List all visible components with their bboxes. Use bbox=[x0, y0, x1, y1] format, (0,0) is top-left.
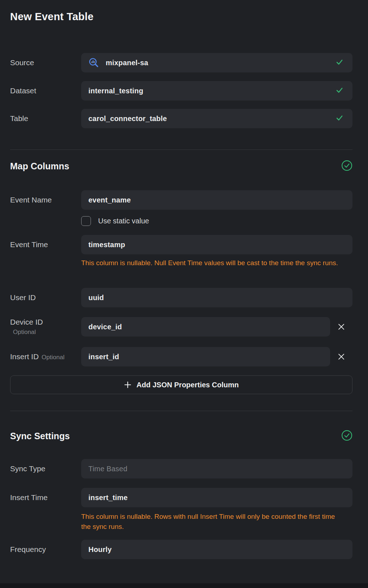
use-static-value-checkbox[interactable] bbox=[81, 216, 91, 226]
bigquery-source-icon bbox=[88, 57, 99, 68]
use-static-value-label: Use static value bbox=[98, 217, 149, 225]
table-field[interactable]: carol_connector_table bbox=[81, 109, 352, 128]
frequency-value: Hourly bbox=[88, 545, 112, 554]
section-divider bbox=[10, 150, 352, 150]
user-id-field[interactable]: uuid bbox=[81, 288, 352, 307]
user-id-row: User ID uuid bbox=[10, 288, 352, 307]
event-time-value: timestamp bbox=[88, 241, 125, 249]
frequency-field[interactable]: Hourly bbox=[81, 540, 352, 559]
sync-type-value: Time Based bbox=[88, 465, 127, 473]
plus-icon bbox=[124, 381, 132, 389]
insert-id-row: Insert IDOptional insert_id bbox=[10, 347, 352, 366]
dataset-valid-check-icon bbox=[335, 86, 344, 96]
device-id-label-block: Device ID Optional bbox=[10, 318, 81, 336]
close-icon bbox=[337, 353, 345, 361]
insert-time-row: Insert Time insert_time bbox=[10, 488, 352, 507]
event-time-field[interactable]: timestamp bbox=[81, 235, 352, 254]
event-time-label: Event Time bbox=[10, 240, 81, 249]
bottom-edge-strip bbox=[0, 583, 368, 588]
event-name-row: Event Name event_name bbox=[10, 190, 352, 210]
use-static-value-row: Use static value bbox=[81, 216, 352, 226]
insert-id-label: Insert ID bbox=[10, 352, 39, 361]
insert-time-value: insert_time bbox=[88, 494, 128, 502]
event-time-nullable-warning: This column is nullable. Null Event Time… bbox=[81, 258, 345, 268]
user-id-label: User ID bbox=[10, 293, 81, 302]
device-id-value: device_id bbox=[88, 323, 122, 331]
source-label: Source bbox=[10, 58, 81, 67]
table-value: carol_connector_table bbox=[88, 115, 167, 123]
table-row: Table carol_connector_table bbox=[10, 109, 352, 128]
close-icon bbox=[337, 323, 345, 331]
frequency-row: Frequency Hourly bbox=[10, 540, 352, 559]
insert-time-nullable-warning: This column is nullable. Rows with null … bbox=[81, 512, 345, 532]
add-json-properties-button[interactable]: Add JSON Properties Column bbox=[10, 375, 352, 394]
map-columns-complete-icon bbox=[341, 160, 352, 173]
table-label: Table bbox=[10, 114, 81, 123]
dataset-field[interactable]: internal_testing bbox=[81, 81, 352, 101]
device-id-row: Device ID Optional device_id bbox=[10, 317, 352, 337]
dataset-value: internal_testing bbox=[88, 87, 143, 95]
event-time-row: Event Time timestamp bbox=[10, 235, 352, 254]
source-row: Source mixpanel-sa bbox=[10, 53, 352, 72]
dataset-row: Dataset internal_testing bbox=[10, 81, 352, 101]
map-columns-header: Map Columns bbox=[10, 160, 352, 173]
map-columns-title: Map Columns bbox=[10, 161, 69, 172]
device-id-remove-button[interactable] bbox=[330, 323, 352, 331]
table-valid-check-icon bbox=[335, 113, 344, 124]
sync-settings-header: Sync Settings bbox=[10, 430, 352, 442]
device-id-optional-label: Optional bbox=[10, 329, 81, 336]
source-valid-check-icon bbox=[335, 58, 344, 68]
event-name-value: event_name bbox=[88, 196, 131, 204]
sync-type-label: Sync Type bbox=[10, 464, 81, 473]
device-id-field[interactable]: device_id bbox=[81, 317, 330, 337]
event-name-label: Event Name bbox=[10, 196, 81, 204]
sync-settings-title: Sync Settings bbox=[10, 431, 70, 441]
insert-id-optional-label: Optional bbox=[41, 354, 64, 361]
section-divider bbox=[10, 411, 352, 411]
user-id-value: uuid bbox=[88, 294, 104, 302]
insert-time-label: Insert Time bbox=[10, 493, 81, 502]
sync-type-row: Sync Type Time Based bbox=[10, 459, 352, 478]
insert-id-value: insert_id bbox=[88, 353, 119, 361]
sync-type-field[interactable]: Time Based bbox=[81, 459, 352, 478]
event-name-field[interactable]: event_name bbox=[81, 190, 352, 210]
insert-id-remove-button[interactable] bbox=[330, 353, 352, 361]
frequency-label: Frequency bbox=[10, 545, 81, 554]
page-title: New Event Table bbox=[10, 0, 352, 23]
insert-id-field[interactable]: insert_id bbox=[81, 347, 330, 366]
new-event-table-panel: New Event Table Source mixpanel-sa bbox=[0, 0, 368, 588]
source-field[interactable]: mixpanel-sa bbox=[81, 53, 352, 72]
insert-id-label-block: Insert IDOptional bbox=[10, 352, 81, 361]
source-value: mixpanel-sa bbox=[106, 59, 148, 67]
device-id-label: Device ID bbox=[10, 318, 81, 326]
dataset-label: Dataset bbox=[10, 86, 81, 95]
sync-settings-complete-icon bbox=[341, 430, 352, 442]
add-json-properties-label: Add JSON Properties Column bbox=[136, 381, 238, 389]
insert-time-field[interactable]: insert_time bbox=[81, 488, 352, 507]
